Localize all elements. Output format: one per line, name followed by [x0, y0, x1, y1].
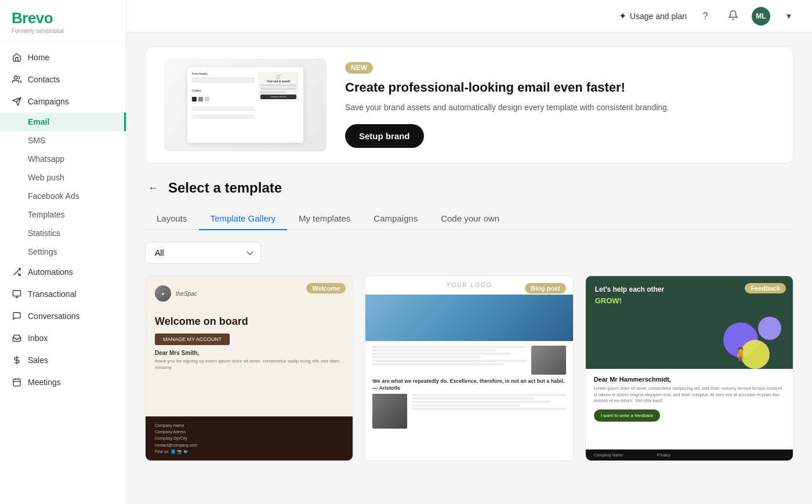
sidebar-sub-templates-label: Templates: [28, 210, 65, 219]
blog-inline-image: [531, 346, 566, 375]
tab-campaigns[interactable]: Campaigns: [362, 208, 429, 230]
tab-layouts[interactable]: Layouts: [145, 208, 199, 230]
banner-content: NEW Create professional-looking email ev…: [345, 62, 774, 148]
sidebar-item-contacts[interactable]: Contacts: [0, 68, 126, 90]
sidebar-item-home-label: Home: [28, 53, 49, 62]
sidebar-sub-email[interactable]: Email: [0, 113, 126, 131]
tab-my-templates[interactable]: My templates: [287, 208, 362, 230]
feedback-footer: Company Name Privacy: [586, 449, 793, 461]
usage-and-plan-button[interactable]: ✦ Usage and plan: [619, 10, 687, 21]
sidebar-sub-settings[interactable]: Settings: [0, 242, 126, 261]
section-title: Select a template: [168, 180, 282, 196]
tab-code-your-own[interactable]: Code your own: [429, 208, 511, 230]
sidebar-sub-templates[interactable]: Templates: [0, 205, 126, 224]
blog-logo: YOUR LOGO: [447, 282, 492, 288]
brand-name: Brevo: [12, 9, 114, 27]
sidebar-sub-email-label: Email: [28, 117, 49, 126]
bell-icon: [728, 10, 738, 23]
home-icon: [12, 52, 22, 63]
sales-icon: [12, 355, 22, 365]
notifications-button[interactable]: [724, 7, 742, 26]
category-filter[interactable]: All Welcome Newsletter Promotional Trans…: [145, 242, 261, 264]
template-badge-blog: Blog post: [525, 283, 566, 293]
content-area: Font family Colors: [126, 32, 812, 504]
feedback-hero-title: Let's help each other: [595, 285, 665, 295]
template-preview-feedback: Let's help each other GROW! 🧍 Dear Mr Ha…: [586, 276, 793, 461]
welcome-logo-icon: ●: [155, 285, 171, 302]
header: ✦ Usage and plan ? ML ▾: [126, 0, 812, 32]
template-card-blog[interactable]: Blog post YOUR LOGO: [365, 275, 573, 461]
help-button[interactable]: ?: [696, 7, 715, 26]
logo: Brevo Formerly sendinblue: [0, 0, 126, 42]
sidebar-item-sales[interactable]: Sales: [0, 349, 126, 371]
welcome-cta: MANAGE MY ACCOUNT: [155, 333, 230, 345]
brand-setup-banner: Font family Colors: [145, 46, 793, 164]
usage-icon: ✦: [619, 10, 626, 21]
welcome-recipient: Dear Mrs Smith,: [155, 350, 343, 356]
section-header: ← Select a template: [145, 180, 793, 196]
automations-icon: [12, 267, 22, 277]
sidebar-item-automations[interactable]: Automations: [0, 261, 126, 283]
sidebar-item-meetings[interactable]: Meetings: [0, 371, 126, 393]
banner-badge: NEW: [345, 62, 373, 74]
template-card-welcome[interactable]: Welcome ● theSpac Welcome on board MANAG…: [145, 275, 353, 461]
sidebar-sub-facebook-ads-label: Facebook Ads: [28, 191, 79, 201]
filter-row: All Welcome Newsletter Promotional Trans…: [145, 242, 793, 264]
sidebar-nav: Home Contacts Campaigns Email SMS Whatsa…: [0, 42, 126, 398]
sidebar-sub-settings-label: Settings: [28, 247, 57, 256]
sidebar-sub-whatsapp[interactable]: Whatsapp: [0, 150, 126, 168]
tab-template-gallery-label: Template Gallery: [211, 213, 276, 223]
template-preview-welcome: ● theSpac Welcome on board MANAGE MY ACC…: [146, 276, 353, 461]
sidebar-item-conversations[interactable]: Conversations: [0, 305, 126, 327]
sidebar-item-campaigns-label: Campaigns: [28, 97, 69, 106]
svg-point-0: [14, 76, 17, 79]
campaigns-icon: [12, 96, 22, 107]
template-preview-blog: YOUR LOGO: [365, 276, 572, 461]
feedback-cta: I want to write a feedback: [594, 409, 661, 422]
tab-my-templates-label: My templates: [299, 213, 350, 223]
help-icon: ?: [703, 11, 708, 21]
welcome-footer: Company Name Company Adress Company Zip/…: [146, 416, 353, 461]
sidebar-sub-sms-label: SMS: [28, 136, 45, 145]
svg-rect-9: [13, 379, 20, 386]
sidebar: Brevo Formerly sendinblue Home Contacts …: [0, 0, 126, 504]
template-badge-feedback: Feedback: [745, 283, 786, 293]
welcome-footer-text: Company Name Company Adress Company Zip/…: [155, 422, 343, 455]
sidebar-sub-sms[interactable]: SMS: [0, 131, 126, 150]
contacts-icon: [12, 74, 22, 85]
meetings-icon: [12, 377, 22, 387]
welcome-logo-text: theSpac: [176, 291, 197, 297]
setup-brand-button[interactable]: Setup brand: [345, 124, 424, 148]
sidebar-sub-statistics[interactable]: Statistics: [0, 224, 126, 242]
template-badge-welcome: Welcome: [306, 283, 346, 293]
sidebar-item-home[interactable]: Home: [0, 46, 126, 68]
tab-layouts-label: Layouts: [157, 213, 187, 223]
sidebar-sub-whatsapp-label: Whatsapp: [28, 154, 64, 164]
chevron-down-icon: ▾: [786, 10, 791, 21]
sidebar-sub-webpush[interactable]: Web push: [0, 168, 126, 187]
welcome-title: Welcome on board: [155, 316, 343, 328]
back-button[interactable]: ←: [145, 180, 161, 196]
feedback-body-text: Lorem ipsum dolor sit amet, consectetur …: [594, 386, 785, 404]
sidebar-item-transactional[interactable]: Transactional: [0, 283, 126, 305]
inbox-icon: [12, 333, 22, 343]
templates-grid: Welcome ● theSpac Welcome on board MANAG…: [145, 275, 793, 461]
sidebar-item-inbox[interactable]: Inbox: [0, 327, 126, 349]
sidebar-item-meetings-label: Meetings: [28, 378, 61, 387]
feedback-body: Dear Mr Hammerschmidt, Lorem ipsum dolor…: [586, 369, 793, 449]
tab-code-your-own-label: Code your own: [441, 213, 499, 223]
back-arrow-icon: ←: [148, 182, 158, 194]
sidebar-sub-facebook-ads[interactable]: Facebook Ads: [0, 187, 126, 205]
banner-title: Create professional-looking email even f…: [345, 79, 774, 96]
tab-template-gallery[interactable]: Template Gallery: [199, 208, 288, 230]
sidebar-item-conversations-label: Conversations: [28, 311, 80, 321]
sidebar-item-campaigns[interactable]: Campaigns: [0, 90, 126, 113]
account-dropdown-button[interactable]: ▾: [780, 7, 798, 26]
avatar[interactable]: ML: [752, 7, 770, 26]
blog-content: We are what we repeatedly do. Excellence…: [365, 341, 572, 461]
svg-rect-5: [13, 291, 20, 296]
template-card-feedback[interactable]: Feedback Let's help each other GROW! 🧍 D…: [585, 275, 793, 461]
template-tabs: Layouts Template Gallery My templates Ca…: [145, 208, 793, 230]
feedback-recipient: Dear Mr Hammerschmidt,: [594, 376, 785, 383]
welcome-body-text: thank you for signing up lorem ipsum dol…: [155, 358, 343, 371]
